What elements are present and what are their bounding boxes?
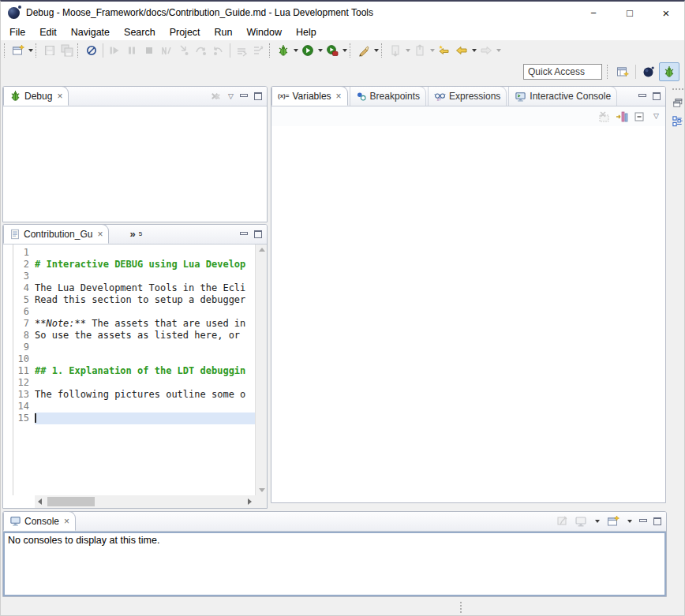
remove-all-terminated-icon[interactable]: [210, 91, 222, 103]
display-console-dropdown[interactable]: [593, 513, 601, 530]
maximize-view-icon[interactable]: [254, 230, 262, 238]
maximize-view-icon[interactable]: [254, 92, 262, 100]
close-tab-icon[interactable]: ×: [57, 91, 62, 101]
view-menu-icon[interactable]: ▽: [228, 93, 234, 100]
restore-view-icon[interactable]: [672, 97, 683, 108]
minimize-view-icon[interactable]: [240, 93, 248, 100]
menu-search[interactable]: Search: [117, 24, 163, 40]
step-return-button[interactable]: [210, 42, 227, 59]
new-wizard-button[interactable]: [9, 42, 27, 59]
editor-lines[interactable]: 12# Interactive DEBUG using Lua Develop3…: [14, 245, 255, 495]
variables-view-content[interactable]: [271, 126, 665, 502]
menu-help[interactable]: Help: [289, 24, 324, 40]
toolbar-drag-handle[interactable]: [36, 43, 38, 58]
maximize-view-icon[interactable]: [653, 517, 661, 525]
toolbar-drag-handle[interactable]: [607, 65, 609, 79]
scroll-right-arrow[interactable]: [248, 498, 252, 505]
minimize-view-icon[interactable]: [240, 231, 248, 238]
collapse-all-icon[interactable]: [633, 110, 646, 123]
editor-vertical-scrollbar[interactable]: [255, 245, 267, 495]
forward-dropdown[interactable]: [495, 42, 502, 59]
open-console-dropdown[interactable]: [626, 513, 633, 530]
show-logical-structure-icon[interactable]: [616, 110, 628, 123]
menu-window[interactable]: Window: [240, 24, 289, 40]
previous-annotation-dropdown[interactable]: [429, 42, 436, 59]
skip-all-breakpoints-button[interactable]: [83, 42, 100, 59]
trim-drag-handle[interactable]: [672, 88, 683, 90]
close-tab-icon[interactable]: ×: [64, 517, 69, 526]
new-wizard-dropdown[interactable]: [27, 42, 34, 59]
previous-annotation-button[interactable]: [411, 42, 429, 59]
use-step-filters-button[interactable]: [250, 42, 268, 59]
ldt-perspective-button[interactable]: [638, 62, 659, 81]
menu-project[interactable]: Project: [163, 24, 208, 40]
debug-launch-button[interactable]: [275, 42, 292, 59]
step-over-button[interactable]: [193, 42, 210, 59]
back-button[interactable]: [453, 42, 470, 59]
menu-file[interactable]: File: [2, 24, 32, 40]
maximize-view-icon[interactable]: [653, 92, 661, 100]
disconnect-button[interactable]: [158, 42, 175, 59]
quick-access-input[interactable]: [523, 64, 602, 80]
resume-button[interactable]: [106, 42, 123, 59]
toolbar-drag-handle[interactable]: [269, 43, 271, 58]
tab-breakpoints[interactable]: Breakpoints: [350, 86, 426, 106]
scroll-down-arrow[interactable]: [259, 488, 265, 492]
debug-launch-dropdown[interactable]: [292, 42, 299, 59]
hidden-editors-chevron[interactable]: »5: [109, 224, 148, 244]
editor-horizontal-scrollbar[interactable]: [35, 495, 255, 508]
console-content[interactable]: No consoles to display at this time.: [3, 532, 666, 596]
external-tools-dropdown[interactable]: [341, 42, 348, 59]
debug-perspective-button[interactable]: [659, 62, 679, 81]
toolbar-drag-handle[interactable]: [381, 43, 384, 58]
minimize-view-icon[interactable]: [639, 518, 647, 525]
toolbar-drag-handle[interactable]: [4, 43, 6, 58]
back-dropdown[interactable]: [470, 42, 477, 59]
menu-run[interactable]: Run: [208, 24, 240, 40]
tab-variables[interactable]: (x)= Variables ×: [271, 86, 348, 106]
next-annotation-button[interactable]: [387, 42, 404, 59]
horizontal-scroll-thumb[interactable]: [47, 497, 95, 506]
tab-expressions[interactable]: x? Expressions: [428, 86, 507, 106]
pen-tool-dropdown[interactable]: [372, 42, 380, 59]
save-all-button[interactable]: [58, 42, 76, 59]
step-into-button[interactable]: [175, 42, 193, 59]
open-console-icon[interactable]: [607, 515, 619, 528]
minimize-view-icon[interactable]: [638, 93, 646, 100]
toolbar-drag-handle[interactable]: [350, 43, 352, 58]
suspend-button[interactable]: [123, 42, 140, 59]
scroll-up-arrow[interactable]: [259, 248, 265, 252]
save-button[interactable]: [41, 42, 58, 59]
close-tab-icon[interactable]: ×: [336, 91, 342, 101]
view-menu-icon[interactable]: ▽: [653, 113, 659, 120]
tab-editor-contribution-guide[interactable]: Contribution_Gu ×: [3, 224, 109, 244]
editor-content[interactable]: 12# Interactive DEBUG using Lua Develop3…: [3, 245, 267, 508]
show-type-names-icon[interactable]: [598, 110, 611, 123]
toolbar-drag-handle[interactable]: [77, 43, 80, 58]
maximize-button[interactable]: □: [612, 2, 648, 24]
external-tools-button[interactable]: [324, 42, 341, 59]
status-drag-handle[interactable]: [460, 602, 462, 613]
debug-view-content[interactable]: [3, 106, 267, 222]
menu-edit[interactable]: Edit: [32, 24, 64, 40]
pen-tool-button[interactable]: [355, 42, 372, 59]
terminate-button[interactable]: [140, 42, 158, 59]
minimize-button[interactable]: −: [575, 2, 612, 24]
run-launch-button[interactable]: [299, 42, 316, 59]
close-tab-icon[interactable]: ×: [97, 230, 103, 239]
outline-view-icon[interactable]: [672, 115, 683, 127]
pin-console-icon[interactable]: [556, 515, 568, 528]
display-selected-console-icon[interactable]: [575, 515, 587, 528]
drop-to-frame-button[interactable]: [233, 42, 250, 59]
close-button[interactable]: ×: [648, 2, 684, 24]
annotation-ruler[interactable]: [3, 245, 13, 495]
forward-button[interactable]: [477, 42, 495, 59]
tab-console[interactable]: Console ×: [3, 511, 76, 531]
menu-navigate[interactable]: Navigate: [64, 24, 117, 40]
tab-interactive-console[interactable]: Interactive Console: [508, 86, 617, 106]
run-launch-dropdown[interactable]: [316, 42, 324, 59]
tab-debug[interactable]: Debug ×: [3, 86, 69, 106]
scroll-left-arrow[interactable]: [38, 498, 42, 505]
next-annotation-dropdown[interactable]: [404, 42, 411, 59]
last-edit-location-button[interactable]: [436, 42, 453, 59]
